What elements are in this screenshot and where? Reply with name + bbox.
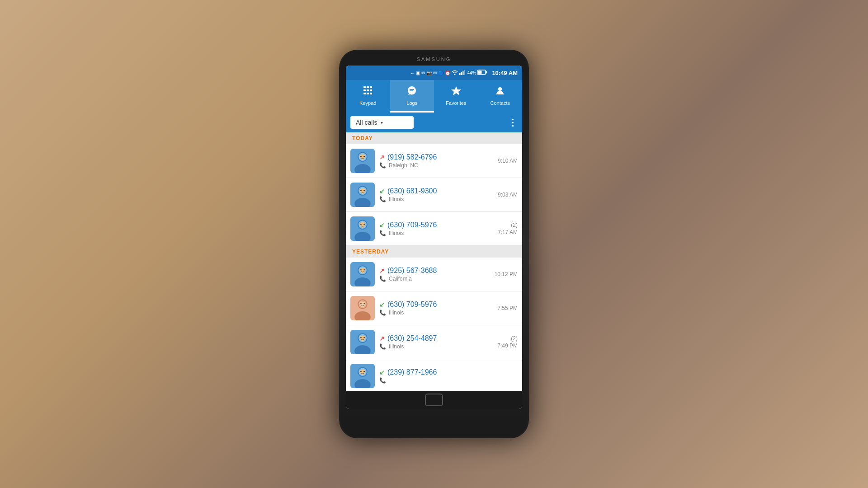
phone-icon: 📞	[379, 343, 386, 350]
call-type-icon: ↗	[379, 267, 385, 274]
svg-point-46	[360, 337, 362, 338]
call-item[interactable]: ↗ (630) 254-4897 📞 Illinois (2) 7:49 PM	[346, 325, 522, 359]
svg-rect-12	[370, 89, 372, 91]
phone-icon: 📞	[379, 276, 386, 282]
svg-marker-16	[451, 86, 461, 95]
svg-rect-7	[363, 86, 366, 88]
logs-label: Logs	[406, 100, 417, 106]
tab-logs[interactable]: Logs	[390, 80, 434, 113]
tab-keypad[interactable]: Keypad	[346, 80, 390, 113]
svg-point-42	[363, 303, 365, 305]
svg-rect-9	[370, 86, 372, 88]
avatar	[350, 216, 375, 241]
svg-point-32	[363, 224, 365, 225]
keypad-label: Keypad	[359, 100, 376, 106]
avatar	[350, 364, 375, 388]
svg-point-39	[354, 311, 371, 320]
call-meta: 7:55 PM	[491, 305, 518, 311]
call-count: (2)	[511, 222, 518, 228]
svg-rect-13	[363, 93, 366, 94]
call-time: 7:55 PM	[497, 305, 518, 311]
filter-dropdown[interactable]: All calls ▾	[350, 116, 414, 129]
call-number: (925) 567-3688	[387, 267, 437, 275]
call-number: (630) 709-5976	[387, 221, 437, 229]
filter-arrow-icon: ▾	[381, 120, 383, 125]
favorites-label: Favorites	[446, 100, 466, 106]
call-number: (630) 254-4897	[387, 334, 437, 343]
phone-icon: 📞	[379, 196, 386, 202]
call-info: ↗ (919) 582-6796 📞 Raleigh, NC	[379, 153, 491, 169]
svg-point-51	[360, 371, 362, 372]
call-time: 7:49 PM	[497, 343, 518, 349]
contacts-icon	[495, 85, 505, 99]
call-meta: 9:10 AM	[491, 158, 518, 164]
call-location: Illinois	[389, 230, 404, 236]
filter-label: All calls	[356, 119, 377, 126]
call-location: Illinois	[389, 343, 404, 350]
call-info: ↗ (925) 567-3688 📞 California	[379, 267, 491, 282]
contacts-label: Contacts	[491, 100, 510, 106]
call-item[interactable]: ↙ (239) 877-1966 📞	[346, 359, 522, 391]
svg-point-17	[498, 87, 502, 91]
screen-icon: ▣	[416, 70, 420, 75]
call-type-icon: ↗	[379, 335, 385, 342]
avatar	[350, 296, 375, 320]
section-today: TODAY	[346, 132, 522, 144]
svg-point-49	[354, 379, 371, 388]
phone-device: SAMSUNG ← ▣ ✉ 📷 ✉ 🔵 ⏰	[339, 50, 529, 438]
background: SAMSUNG ← ▣ ✉ 📷 ✉ 🔵 ⏰	[0, 0, 868, 488]
call-number: (630) 681-9300	[387, 187, 437, 195]
svg-rect-0	[459, 73, 461, 75]
filter-menu-icon[interactable]: ⋮	[508, 117, 518, 128]
call-number: (239) 877-1966	[387, 368, 437, 376]
svg-rect-8	[367, 86, 369, 88]
tab-contacts[interactable]: Contacts	[478, 80, 523, 113]
call-item[interactable]: ↙ (630) 709-5976 📞 Illinois (2) 7:17 AM	[346, 212, 522, 246]
call-item[interactable]: ↗ (925) 567-3688 📞 California 10:12 PM	[346, 258, 522, 291]
bottom-bar	[346, 391, 522, 409]
phone-icon: 📞	[379, 162, 386, 169]
call-location: Illinois	[389, 310, 404, 316]
filter-bar: All calls ▾ ⋮	[346, 113, 522, 132]
call-time: 9:03 AM	[498, 192, 518, 198]
call-number: (630) 709-5976	[387, 300, 437, 309]
status-icons: ← ▣ ✉ 📷 ✉ 🔵 ⏰	[410, 70, 487, 76]
home-button[interactable]	[425, 394, 443, 406]
svg-point-24	[354, 198, 371, 207]
avatar	[350, 149, 375, 173]
phone-icon: 📞	[379, 310, 386, 316]
svg-point-52	[363, 371, 365, 372]
avatar	[350, 262, 375, 286]
svg-point-41	[360, 303, 362, 305]
signal-icon	[459, 70, 466, 76]
call-item[interactable]: ↙ (630) 709-5976 📞 Illinois 7:55 PM	[346, 291, 522, 325]
call-list: TODAY	[346, 132, 522, 391]
svg-point-29	[354, 232, 371, 241]
call-item[interactable]: ↗ (919) 582-6796 📞 Raleigh, NC 9:10 AM	[346, 144, 522, 178]
call-time: 9:10 AM	[498, 158, 518, 164]
call-item[interactable]: ↙ (630) 681-9300 📞 Illinois 9:03 AM	[346, 178, 522, 212]
mail2-icon: ✉	[433, 70, 437, 75]
svg-rect-3	[464, 70, 466, 75]
svg-rect-10	[363, 89, 366, 91]
phone-icon: 📞	[379, 377, 386, 384]
svg-rect-1	[461, 72, 462, 75]
call-info: ↙ (630) 681-9300 📞 Illinois	[379, 187, 491, 202]
svg-rect-15	[370, 93, 372, 94]
svg-rect-6	[478, 71, 482, 74]
call-meta: 9:03 AM	[491, 192, 518, 198]
call-location: Illinois	[389, 196, 404, 202]
call-time: 10:12 PM	[495, 271, 518, 277]
phone-screen: ← ▣ ✉ 📷 ✉ 🔵 ⏰	[346, 66, 522, 409]
call-info: ↙ (630) 709-5976 📞 Illinois	[379, 300, 491, 316]
svg-rect-2	[462, 71, 464, 75]
call-meta: (2) 7:17 AM	[491, 222, 518, 235]
call-info: ↙ (630) 709-5976 📞 Illinois	[379, 221, 491, 236]
status-time: 10:49 AM	[492, 70, 518, 76]
section-yesterday: YESTERDAY	[346, 246, 522, 258]
svg-rect-14	[367, 93, 369, 94]
call-location: Raleigh, NC	[389, 162, 418, 169]
favorites-icon	[450, 85, 462, 99]
svg-point-37	[363, 269, 365, 271]
tab-favorites[interactable]: Favorites	[434, 80, 478, 113]
